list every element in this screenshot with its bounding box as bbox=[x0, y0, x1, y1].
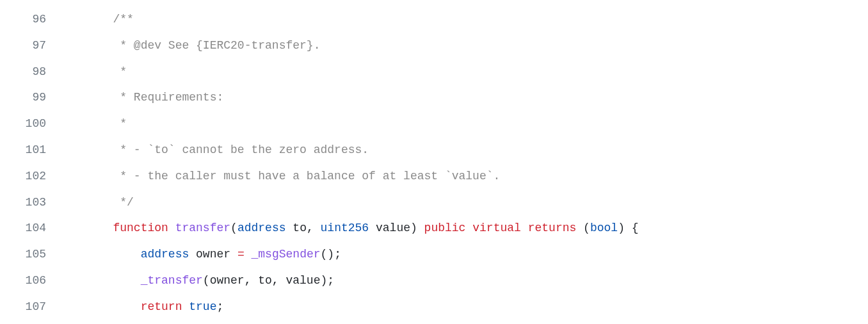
line-content: return true; bbox=[58, 294, 868, 320]
code-line: 103 */ bbox=[0, 190, 868, 216]
line-number: 97 bbox=[0, 33, 58, 59]
line-content: function transfer(address to, uint256 va… bbox=[58, 215, 868, 241]
code-line: 101 * - `to` cannot be the zero address. bbox=[0, 137, 868, 163]
line-number: 101 bbox=[0, 137, 58, 163]
line-content: * - the caller must have a balance of at… bbox=[58, 163, 868, 190]
code-line: 99 * Requirements: bbox=[0, 85, 868, 111]
line-content: * Requirements: bbox=[58, 85, 868, 111]
code-line: 97 * @dev See {IERC20-transfer}. bbox=[0, 33, 868, 59]
line-number: 98 bbox=[0, 59, 58, 85]
line-number: 108 bbox=[0, 320, 58, 324]
line-number: 100 bbox=[0, 111, 58, 137]
line-content: _transfer(owner, to, value); bbox=[58, 268, 868, 294]
line-content: * bbox=[58, 59, 868, 85]
line-number: 105 bbox=[0, 241, 58, 268]
line-content: * bbox=[58, 111, 868, 137]
code-line: 108 } bbox=[0, 320, 868, 324]
line-number: 99 bbox=[0, 85, 58, 111]
code-line: 104 function transfer(address to, uint25… bbox=[0, 215, 868, 241]
line-content: /** bbox=[58, 6, 868, 33]
line-number: 102 bbox=[0, 163, 58, 190]
line-content: address owner = _msgSender(); bbox=[58, 241, 868, 268]
code-line: 105 address owner = _msgSender(); bbox=[0, 241, 868, 268]
code-line: 98 * bbox=[0, 59, 868, 85]
line-number: 96 bbox=[0, 6, 58, 33]
line-content: */ bbox=[58, 190, 868, 216]
line-number: 103 bbox=[0, 190, 58, 216]
line-content: * - `to` cannot be the zero address. bbox=[58, 137, 868, 163]
code-line: 107 return true; bbox=[0, 294, 868, 320]
code-line: 96 /** bbox=[0, 6, 868, 33]
line-content: } bbox=[58, 320, 868, 324]
line-number: 106 bbox=[0, 268, 58, 294]
line-content: * @dev See {IERC20-transfer}. bbox=[58, 33, 868, 59]
code-line: 106 _transfer(owner, to, value); bbox=[0, 268, 868, 294]
code-line: 102 * - the caller must have a balance o… bbox=[0, 163, 868, 190]
line-number: 104 bbox=[0, 215, 58, 241]
line-number: 107 bbox=[0, 294, 58, 320]
code-line: 100 * bbox=[0, 111, 868, 137]
code-block: 96 /**97 * @dev See {IERC20-transfer}.98… bbox=[0, 0, 868, 324]
